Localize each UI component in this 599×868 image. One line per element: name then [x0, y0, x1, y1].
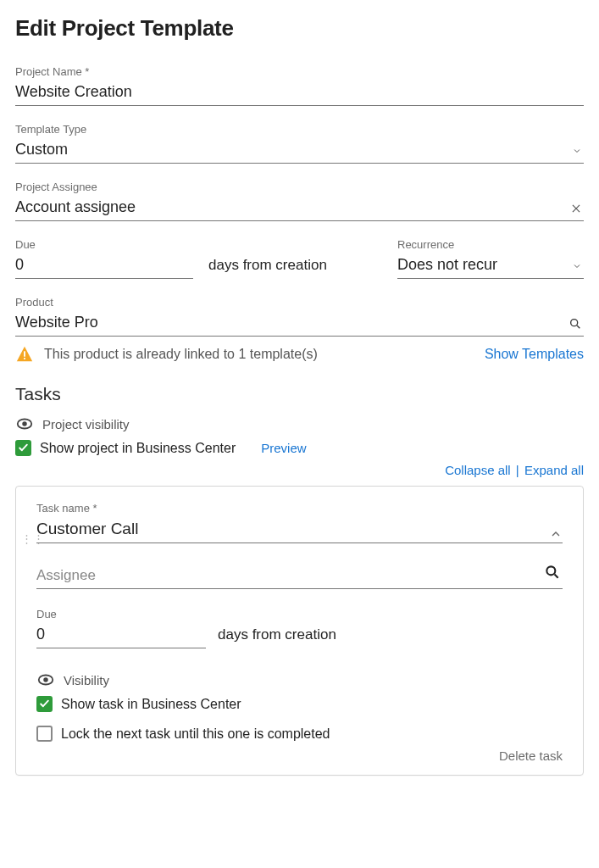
preview-link[interactable]: Preview	[261, 441, 306, 455]
task-name-input[interactable]	[36, 516, 563, 543]
task-due-field: Due days from creation	[36, 608, 563, 648]
task-due-label: Due	[36, 608, 563, 620]
project-assignee-label: Project Assignee	[15, 181, 584, 193]
show-task-bc-label: Show task in Business Center	[61, 697, 241, 712]
task-header: Task name *	[36, 502, 563, 543]
due-field: Due	[15, 238, 193, 279]
eye-icon	[36, 670, 55, 689]
task-card: ⋮⋮ Task name * Due days from creation	[15, 486, 584, 776]
template-type-select[interactable]	[15, 137, 584, 164]
svg-point-4	[22, 421, 27, 426]
chevron-up-icon[interactable]	[549, 526, 563, 541]
show-project-bc-label: Show project in Business Center	[40, 441, 236, 456]
project-name-field: Project Name *	[15, 65, 584, 106]
due-suffix: days from creation	[208, 257, 327, 279]
task-due-input[interactable]	[36, 622, 206, 648]
collapse-all-link[interactable]: Collapse all	[445, 463, 511, 477]
task-assignee-input[interactable]	[36, 564, 563, 589]
template-type-field: Template Type	[15, 123, 584, 164]
task-visibility-label: Visibility	[64, 673, 109, 687]
product-alert: This product is already linked to 1 temp…	[15, 345, 584, 364]
recurrence-label: Recurrence	[397, 238, 584, 251]
template-type-label: Template Type	[15, 123, 584, 136]
task-assignee-field	[36, 564, 563, 589]
delete-task-row: Delete task	[36, 748, 563, 763]
caret-down-icon[interactable]	[572, 142, 582, 158]
show-project-bc-checkbox[interactable]	[15, 440, 31, 456]
caret-down-icon[interactable]	[572, 258, 582, 273]
project-visibility-row: Project visibility	[15, 415, 584, 433]
search-icon[interactable]	[544, 564, 561, 581]
delete-task-button[interactable]: Delete task	[499, 748, 563, 763]
lock-next-label: Lock the next task until this one is com…	[61, 726, 330, 742]
recurrence-select[interactable]	[397, 253, 584, 279]
task-visibility-section: Visibility Show task in Business Center	[36, 670, 563, 712]
due-label: Due	[15, 238, 193, 251]
project-assignee-input[interactable]	[15, 195, 584, 221]
svg-point-5	[546, 566, 555, 575]
task-name-label: Task name *	[36, 502, 563, 515]
project-visibility-label: Project visibility	[42, 417, 130, 431]
expand-all-link[interactable]: Expand all	[524, 463, 584, 477]
due-recurrence-row: Due days from creation Recurrence	[15, 238, 584, 279]
clear-icon[interactable]	[570, 200, 582, 215]
recurrence-field: Recurrence	[397, 238, 584, 279]
product-alert-text: This product is already linked to 1 temp…	[44, 347, 474, 362]
page-title: Edit Project Template	[15, 15, 584, 42]
eye-icon	[15, 415, 34, 433]
project-name-label: Project Name *	[15, 65, 584, 78]
lock-next-row: Lock the next task until this one is com…	[36, 726, 563, 742]
search-icon[interactable]	[568, 315, 582, 331]
show-task-bc-checkbox[interactable]	[36, 696, 53, 712]
due-input[interactable]	[15, 253, 193, 279]
svg-rect-1	[24, 351, 25, 356]
project-assignee-field: Project Assignee	[15, 181, 584, 221]
svg-rect-2	[24, 358, 25, 359]
show-templates-link[interactable]: Show Templates	[485, 347, 584, 362]
collapse-expand-row: Collapse all | Expand all	[15, 463, 584, 477]
lock-next-checkbox[interactable]	[36, 726, 53, 742]
svg-point-7	[43, 677, 48, 682]
product-field: Product	[15, 296, 584, 337]
project-name-input[interactable]	[15, 80, 584, 106]
product-label: Product	[15, 296, 584, 309]
svg-point-0	[571, 319, 578, 326]
warning-icon	[15, 345, 34, 364]
show-project-bc-row: Show project in Business Center Preview	[15, 440, 584, 456]
task-due-suffix: days from creation	[218, 626, 336, 648]
task-body: Due days from creation Visibility Show t…	[36, 564, 563, 763]
separator: |	[516, 463, 519, 477]
tasks-heading: Tasks	[15, 384, 584, 404]
product-input[interactable]	[15, 310, 584, 337]
